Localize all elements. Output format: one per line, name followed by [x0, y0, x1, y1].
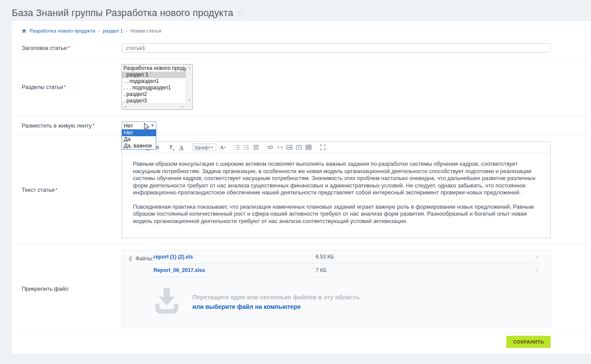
breadcrumb-link[interactable]: Разработка нового продукта	[30, 28, 95, 33]
files-head: Файлы:	[128, 250, 153, 277]
files-label: Файлы:	[135, 256, 153, 262]
section-option[interactable]: . раздел3	[122, 98, 186, 103]
fullscreen-icon[interactable]	[318, 143, 327, 152]
scroll-up-icon[interactable]: ▲	[186, 65, 193, 71]
ordered-list-icon[interactable]: 123	[232, 143, 241, 152]
breadcrumb-separator: ›	[98, 29, 99, 33]
publish-option[interactable]: Нет	[122, 130, 156, 136]
text-color-icon[interactable]: A	[177, 143, 186, 152]
file-size: 6.53 КБ	[316, 254, 535, 260]
attached-file-row: report (1) (2).xls 6.53 КБ ×	[153, 250, 540, 264]
publish-select-popup: НетДаДа, важное	[122, 129, 156, 150]
section-option[interactable]: . раздел2	[122, 91, 186, 98]
unordered-list-icon[interactable]	[242, 143, 251, 152]
text-field-label: Текст статьи*	[16, 187, 122, 193]
footer: © «Битрикс», 2017 | Поддержка24	[0, 354, 591, 364]
chevron-down-icon: ▾	[211, 146, 215, 149]
code-icon[interactable]	[275, 143, 284, 152]
title-label-text: Заголовок статьи	[22, 45, 67, 51]
attach-field-value: Файлы: report (1) (2).xls 6.53 КБ × Repo…	[122, 250, 551, 327]
rich-text-editor: BIUSTxAШрифт▾A▾123 Равным образом консул…	[122, 141, 551, 238]
clear-format-icon[interactable]: Tx	[167, 143, 176, 152]
publish-select-value: Нет	[124, 123, 133, 129]
page-title: База Знаний группы Разработка нового про…	[12, 7, 233, 19]
section-option[interactable]: Разработка нового продукта	[122, 65, 186, 72]
scrollbar-corner	[186, 103, 192, 109]
form-row-text: Текст статьи* BIUSTxAШрифт▾A▾123 Равным …	[16, 136, 587, 244]
table-icon[interactable]	[304, 143, 313, 152]
svg-text:3: 3	[234, 148, 235, 151]
sections-multiselect[interactable]: Разработка нового продукта. раздел 1. . …	[122, 64, 193, 110]
publish-select[interactable]: Нет ▼	[122, 121, 156, 130]
horizontal-scrollbar[interactable]: ◄ ►	[122, 103, 186, 109]
text-field-value: BIUSTxAШрифт▾A▾123 Равным образом консул…	[122, 141, 551, 238]
title-input[interactable]	[122, 43, 551, 52]
required-mark: *	[56, 187, 58, 193]
file-size: 7 КБ	[316, 267, 535, 273]
toolbar-group: TxA	[167, 143, 186, 152]
attach-label-text: Прикрепить файл	[22, 285, 68, 292]
sections-field-label: Разделы статьи*	[16, 84, 122, 90]
sections-label-text: Разделы статьи	[22, 84, 63, 90]
align-justify-icon[interactable]	[251, 143, 261, 152]
save-button[interactable]: СОХРАНИТЬ	[506, 336, 551, 348]
file-dropzone[interactable]: Перетащите один или несколько файлов в э…	[152, 287, 550, 317]
image-icon[interactable]	[285, 143, 294, 152]
breadcrumb-current: Новая статья	[130, 28, 161, 33]
toolbar-group: Шрифт▾A▾	[191, 143, 228, 152]
actions-row: СОХРАНИТЬ	[16, 333, 587, 354]
video-icon[interactable]	[294, 143, 304, 152]
chevron-down-icon: ▼	[151, 124, 156, 128]
scroll-left-icon[interactable]: ◄	[122, 104, 129, 110]
remove-file-icon[interactable]: ×	[535, 254, 540, 259]
title-field-label: Заголовок статьи*	[16, 45, 122, 51]
dropzone-hint: Перетащите один или несколько файлов в э…	[192, 292, 360, 302]
font-select-value: Шрифт	[195, 145, 210, 150]
scroll-down-icon[interactable]: ▼	[186, 97, 193, 103]
page-header: База Знаний группы Разработка нового про…	[0, 0, 591, 21]
editor-toolbar: BIUSTxAШрифт▾A▾123	[122, 142, 550, 153]
required-mark: *	[68, 45, 70, 51]
section-option[interactable]: . раздел 1	[122, 72, 186, 78]
sections-field-value: Разработка нового продукта. раздел 1. . …	[122, 64, 551, 110]
choose-file-link[interactable]: или выберите файл на компьютере	[192, 302, 360, 312]
breadcrumb-separator: ›	[126, 29, 127, 33]
editor-paragraph: Повседневная практика показывает, что ре…	[133, 203, 539, 225]
publish-label-text: Разместить в живую ленту	[22, 122, 92, 129]
publish-select-wrap: Нет ▼ НетДаДа, важное	[122, 121, 156, 130]
home-icon[interactable]	[22, 29, 26, 33]
toolbar-group: 123	[232, 143, 261, 152]
form-row-attach: Прикрепить файл Файлы: report (1) (2).xl…	[16, 244, 587, 333]
file-rows: report (1) (2).xls 6.53 КБ × Report_06_2…	[153, 250, 540, 277]
attach-files: Файлы: report (1) (2).xls 6.53 КБ × Repo…	[122, 250, 550, 277]
publish-field-value: Нет ▼ НетДаДа, важное	[122, 121, 551, 130]
toolbar-group	[266, 143, 314, 152]
breadcrumb-link[interactable]: раздел 1	[102, 28, 123, 33]
remove-file-icon[interactable]: ×	[535, 268, 540, 273]
section-option[interactable]: . . подраздел1	[122, 78, 186, 85]
publish-option[interactable]: Да	[122, 136, 156, 143]
dropzone-text: Перетащите один или несколько файлов в э…	[192, 292, 360, 312]
breadcrumb-items: Разработка нового продукта›раздел 1›Нова…	[30, 28, 162, 33]
upload-icon	[152, 287, 181, 317]
editor-content[interactable]: Равным образом консультация с широким ак…	[122, 153, 550, 238]
form-row-sections: Разделы статьи* Разработка нового продук…	[16, 59, 587, 116]
font-size-icon[interactable]: A▾	[218, 143, 227, 152]
form-row-publish: Разместить в живую ленту* Нет ▼ НетДаДа,…	[16, 116, 587, 136]
article-form: Заголовок статьи* Разделы статьи* Разраб…	[16, 38, 587, 354]
breadcrumb: Разработка нового продукта›раздел 1›Нова…	[16, 27, 587, 38]
required-mark: *	[64, 84, 66, 90]
file-name-link[interactable]: report (1) (2).xls	[153, 254, 316, 260]
link-icon[interactable]	[266, 143, 275, 152]
content-panel: Разработка нового продукта›раздел 1›Нова…	[12, 21, 591, 354]
publish-option[interactable]: Да, важное	[122, 143, 156, 149]
vertical-scrollbar[interactable]: ▲ ▼	[186, 65, 192, 103]
font-select[interactable]: Шрифт▾	[193, 144, 216, 151]
attach-field-label: Прикрепить файл	[16, 285, 122, 292]
file-name-link[interactable]: Report_06_2017.xlsx	[153, 267, 316, 273]
favorite-star-icon[interactable]: ☆	[237, 8, 244, 18]
title-field-value	[122, 43, 551, 52]
attach-box: Файлы: report (1) (2).xls 6.53 КБ × Repo…	[122, 250, 551, 327]
section-option[interactable]: . . . подподраздел1	[122, 85, 186, 91]
scroll-right-icon[interactable]: ►	[179, 104, 186, 110]
